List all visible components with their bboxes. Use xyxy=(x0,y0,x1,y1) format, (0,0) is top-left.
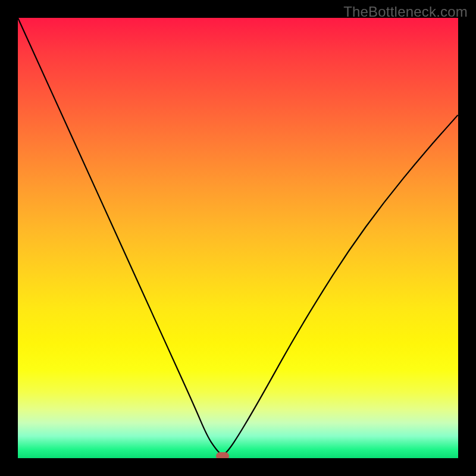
optimal-point-marker xyxy=(216,452,229,458)
watermark-text: TheBottleneck.com xyxy=(343,4,468,20)
plot-area xyxy=(18,18,458,458)
chart-container: TheBottleneck.com xyxy=(0,0,476,476)
bottleneck-curve xyxy=(18,18,458,455)
curve-svg xyxy=(18,18,458,458)
